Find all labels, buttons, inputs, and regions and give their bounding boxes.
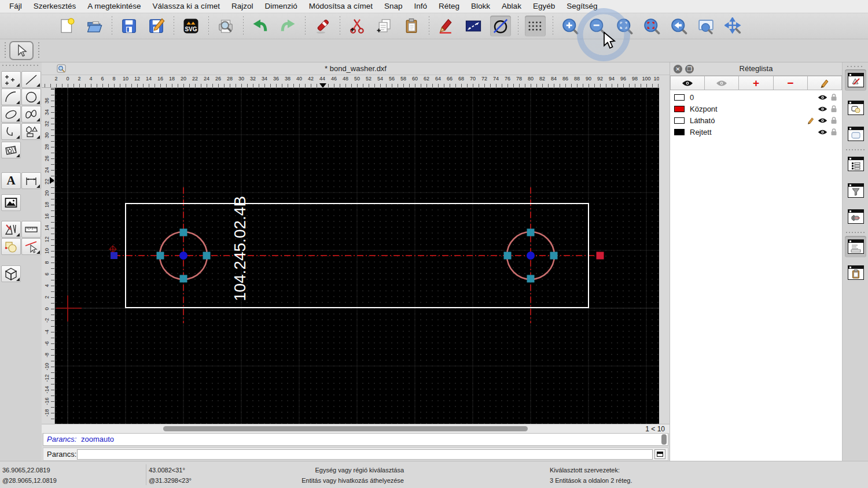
layer-lock-icon[interactable] bbox=[830, 116, 837, 124]
delete-select-tool[interactable] bbox=[21, 238, 41, 255]
zoom-auto-button[interactable] bbox=[614, 16, 635, 36]
measure-tool[interactable] bbox=[21, 221, 41, 238]
menu-blokk[interactable]: Blokk bbox=[465, 0, 496, 13]
save-as-button[interactable] bbox=[146, 16, 167, 36]
zoom-previous-icon bbox=[670, 17, 687, 35]
drawing-title-bar[interactable]: * bond_washer.dxf bbox=[42, 62, 670, 75]
trim-tool[interactable] bbox=[1, 238, 21, 255]
edit-entity-button[interactable] bbox=[436, 16, 457, 36]
dimension-tool[interactable] bbox=[21, 172, 41, 189]
snap-grid-button[interactable] bbox=[525, 16, 546, 36]
arc-tool[interactable] bbox=[1, 88, 21, 105]
modify-tool[interactable] bbox=[1, 221, 21, 238]
horizontal-scrollbar[interactable]: 1 < 10 bbox=[42, 424, 670, 433]
dock-command-line-button[interactable] bbox=[845, 236, 866, 257]
circle-center-left[interactable] bbox=[179, 252, 187, 260]
delete-button[interactable] bbox=[312, 16, 333, 36]
zoom-window-button[interactable] bbox=[696, 16, 716, 36]
menu-m-dos-tsa-a-c-met[interactable]: Módosítsa a címet bbox=[303, 0, 378, 13]
save-button[interactable] bbox=[119, 16, 139, 36]
cut-button[interactable] bbox=[347, 16, 367, 36]
redo-button[interactable] bbox=[277, 16, 298, 36]
image-tool[interactable] bbox=[1, 194, 21, 211]
spline-tool[interactable] bbox=[21, 106, 41, 123]
layer-name: 0 bbox=[690, 93, 805, 102]
dock-filter-button[interactable] bbox=[845, 180, 866, 201]
command-input[interactable] bbox=[77, 449, 653, 460]
solid-3d-tool[interactable] bbox=[1, 265, 21, 282]
dock-clipboard-button[interactable] bbox=[845, 262, 866, 283]
centerline-endpoint-right[interactable] bbox=[597, 252, 604, 260]
copy-button[interactable] bbox=[374, 16, 395, 36]
layer-row[interactable]: Központ bbox=[670, 103, 842, 114]
circle-tool[interactable] bbox=[21, 88, 41, 105]
menu-v-lassza-ki-a-c-met[interactable]: Válassza ki a címet bbox=[147, 0, 226, 13]
dock-block-list-button[interactable] bbox=[845, 97, 866, 119]
dimension-box-button[interactable] bbox=[463, 16, 484, 36]
menu-rajzol[interactable]: Rajzol bbox=[226, 0, 259, 13]
dock-library-browser-button[interactable] bbox=[845, 123, 866, 145]
menu-egy-b[interactable]: Egyéb bbox=[527, 0, 561, 13]
layer-lock-icon[interactable] bbox=[830, 93, 837, 101]
zoom-selected-button[interactable] bbox=[641, 16, 662, 36]
show-all-layers-button[interactable] bbox=[670, 76, 705, 90]
polyline-tool[interactable] bbox=[1, 123, 21, 140]
dock-entity-list-button[interactable] bbox=[845, 153, 866, 175]
layer-visible-icon[interactable] bbox=[818, 117, 827, 124]
menu-snap[interactable]: Snap bbox=[378, 0, 409, 13]
drawing-canvas[interactable]: 104.245.02.4B bbox=[55, 88, 659, 424]
layer-visible-icon[interactable] bbox=[818, 129, 827, 135]
menu-szerkeszt-s[interactable]: Szerkesztés bbox=[28, 0, 82, 13]
vruler-label: -10 bbox=[42, 361, 53, 372]
pan-button[interactable] bbox=[723, 16, 744, 36]
dock-layer-list-button[interactable] bbox=[845, 69, 866, 91]
remove-layer-button[interactable]: − bbox=[774, 76, 808, 90]
ellipse-tool[interactable] bbox=[1, 106, 21, 123]
palette-grip[interactable] bbox=[2, 65, 38, 66]
print-preview-button[interactable] bbox=[215, 16, 236, 36]
text-tool[interactable]: A bbox=[1, 172, 21, 189]
layer-lock-icon[interactable] bbox=[830, 128, 837, 136]
centerline-endpoint-left[interactable] bbox=[111, 252, 117, 259]
menu-ablak[interactable]: Ablak bbox=[496, 0, 527, 13]
zoom-in-button[interactable] bbox=[560, 16, 580, 36]
menu-inf-[interactable]: Infó bbox=[409, 0, 433, 13]
edit-layer-button[interactable] bbox=[808, 76, 842, 90]
new-button[interactable] bbox=[57, 16, 78, 36]
vertical-ruler: 363432302826242220181614121086420-2-4-6-… bbox=[42, 88, 55, 424]
zoom-out-button[interactable] bbox=[587, 16, 608, 36]
export-svg-button[interactable]: SVG bbox=[181, 16, 201, 36]
open-button[interactable] bbox=[84, 16, 105, 36]
line-tool[interactable] bbox=[21, 71, 41, 88]
menu-dimenzi-[interactable]: Dimenzió bbox=[259, 0, 303, 13]
layer-visible-icon[interactable] bbox=[818, 94, 827, 101]
hscroll-thumb[interactable] bbox=[163, 426, 528, 431]
menu-f-jl[interactable]: Fájl bbox=[3, 0, 28, 13]
layer-visible-icon[interactable] bbox=[818, 106, 827, 112]
hatch-tool[interactable] bbox=[1, 142, 21, 158]
menu-a-megtekint-se[interactable]: A megtekintése bbox=[82, 0, 146, 13]
hruler-label: 34 bbox=[259, 76, 270, 82]
layer-row[interactable]: Rejtett bbox=[670, 126, 842, 138]
part-number-label[interactable]: 104.245.02.4B bbox=[231, 196, 249, 301]
add-layer-button[interactable]: + bbox=[739, 76, 773, 90]
points-tool[interactable] bbox=[1, 71, 21, 88]
layer-row[interactable]: 0 bbox=[670, 91, 842, 103]
layer-lock-icon[interactable] bbox=[830, 105, 837, 113]
dock-inspector-button[interactable] bbox=[845, 206, 866, 227]
menu-r-teg[interactable]: Réteg bbox=[433, 0, 465, 13]
layer-row[interactable]: Látható bbox=[670, 114, 842, 126]
dock-strip-grip[interactable] bbox=[847, 66, 865, 67]
circle-center-right[interactable] bbox=[527, 252, 535, 260]
hide-all-layers-button[interactable] bbox=[705, 76, 739, 90]
polygon-tool[interactable] bbox=[21, 123, 41, 140]
selection-tool-button[interactable] bbox=[9, 41, 34, 60]
history-scroll-thumb[interactable] bbox=[661, 434, 667, 445]
command-options-button[interactable] bbox=[654, 449, 665, 459]
toolbar-separator bbox=[339, 16, 340, 36]
draft-mode-button[interactable] bbox=[490, 16, 511, 36]
paste-button[interactable] bbox=[401, 16, 422, 36]
undo-button[interactable] bbox=[250, 16, 271, 36]
zoom-previous-button[interactable] bbox=[668, 16, 689, 36]
menu-seg-ts-g[interactable]: Segítség bbox=[561, 0, 603, 13]
